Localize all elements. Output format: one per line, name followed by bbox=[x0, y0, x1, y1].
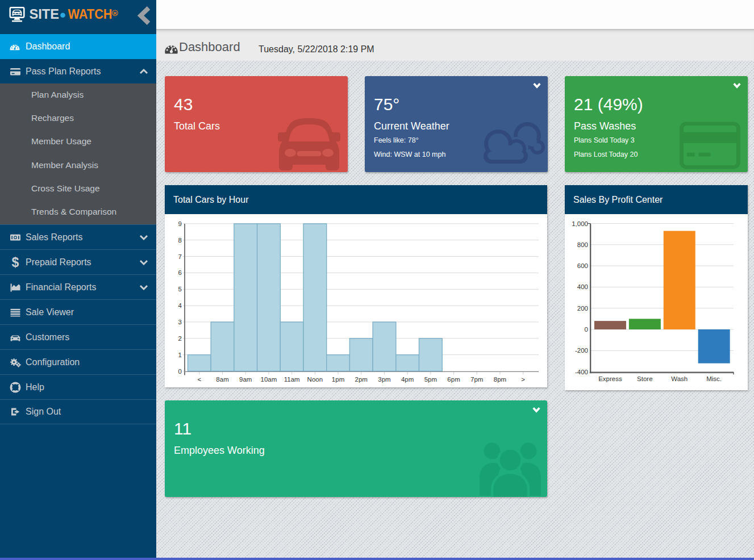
svg-text:>: > bbox=[521, 376, 525, 383]
svg-text:1,000: 1,000 bbox=[572, 220, 588, 227]
svg-text:600: 600 bbox=[577, 262, 588, 269]
svg-text:11am: 11am bbox=[284, 376, 300, 383]
svg-text:8am: 8am bbox=[216, 376, 228, 383]
svg-text:6pm: 6pm bbox=[447, 376, 460, 383]
svg-text:SITE: SITE bbox=[30, 6, 60, 22]
svg-text:7pm: 7pm bbox=[470, 376, 483, 383]
svg-text:2: 2 bbox=[178, 335, 182, 342]
svg-text:Express: Express bbox=[598, 375, 622, 382]
svg-text:1: 1 bbox=[178, 352, 182, 358]
svg-text:9am: 9am bbox=[239, 376, 252, 383]
svg-text:0: 0 bbox=[585, 326, 588, 333]
svg-text:8pm: 8pm bbox=[494, 376, 506, 383]
svg-text:400: 400 bbox=[577, 283, 588, 290]
svg-text:R: R bbox=[114, 11, 117, 16]
svg-text:800: 800 bbox=[577, 241, 588, 248]
svg-text:2pm: 2pm bbox=[355, 376, 368, 383]
svg-text:9: 9 bbox=[178, 220, 182, 227]
svg-text:5pm: 5pm bbox=[424, 376, 437, 383]
svg-text:5: 5 bbox=[178, 286, 182, 292]
svg-text:3pm: 3pm bbox=[378, 376, 390, 383]
svg-text:-200: -200 bbox=[575, 347, 588, 354]
svg-text:10am: 10am bbox=[261, 376, 277, 383]
svg-text:8: 8 bbox=[178, 237, 182, 244]
svg-text:4: 4 bbox=[178, 302, 182, 309]
svg-text:6: 6 bbox=[178, 269, 182, 276]
svg-text:<: < bbox=[197, 376, 201, 383]
svg-text:200: 200 bbox=[577, 305, 588, 312]
svg-text:Misc.: Misc. bbox=[706, 375, 722, 382]
svg-text:0: 0 bbox=[178, 368, 182, 375]
svg-text:1pm: 1pm bbox=[332, 376, 344, 383]
svg-text:Noon: Noon bbox=[307, 376, 323, 383]
svg-text:Store: Store bbox=[637, 375, 653, 382]
svg-text:Wash: Wash bbox=[671, 375, 688, 382]
svg-text:7: 7 bbox=[178, 253, 182, 260]
svg-text:4pm: 4pm bbox=[401, 376, 414, 383]
svg-text:-400: -400 bbox=[575, 369, 588, 375]
svg-text:3: 3 bbox=[178, 319, 182, 325]
svg-text:WATCH: WATCH bbox=[68, 6, 113, 22]
